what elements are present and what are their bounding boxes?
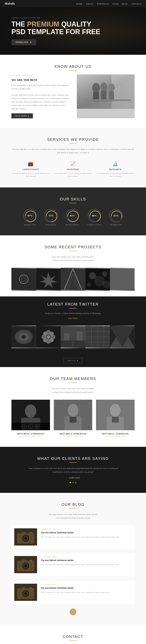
svg-point-98 [24,564,27,567]
svg-rect-93 [29,532,32,534]
skill-percent-1: 75% [49,214,53,217]
team-role-2: CREATIVE DIRECTOR [96,436,135,437]
nav-link-contact[interactable]: Contact [131,3,142,5]
skill-percent-2: 92% [70,214,75,217]
project-item-8[interactable]: DETAIL DESIGN [85,326,110,348]
services-grid: 💼 CONSULTANCY Lorem ipsum dolor sit amet… [11,161,135,178]
download-icon: ▼ [30,41,32,43]
project-category-9: ART [121,337,124,339]
nav-link-team[interactable]: Team [112,3,118,5]
about-text2: Nusciunt adipi duco con amet, quis racol… [11,93,69,110]
svg-rect-0 [77,74,135,109]
project-label-3: BOKEH [95,277,100,279]
team-member-2: MITCHELL ANDERSON CREATIVE DIRECTOR [96,400,135,437]
service-name-0: CONSULTANCY [11,168,50,170]
project-label-5: MACRO [21,335,26,337]
services-divider [69,143,77,144]
project-category-5: PHOTO [21,337,26,339]
blog-title-1[interactable]: Typ non habent claritatem molun [41,559,119,562]
testimonials-divider [69,462,77,463]
skill-label-4: Promotion [109,224,123,226]
project-label-9: ABSTRACT [118,335,126,337]
service-icon-0: 💼 [11,161,50,166]
team-name-1: MITCHELL ANDERSON [54,432,92,435]
blog-excerpt-0: Nam sed tempor cum cupas indos saristiar… [41,536,119,538]
nav-link-blog[interactable]: Blog [122,3,128,5]
project-item-9[interactable]: ABSTRACT ART [110,326,135,348]
team-name-2: MITCHELL ANDERSON [96,432,135,435]
project-category-1: PHOTO [46,280,51,281]
svg-point-76 [68,404,78,416]
svg-rect-6 [101,91,106,101]
svg-point-7 [108,84,115,92]
nav-link-portfolio[interactable]: Portfolio [97,3,109,5]
read-more-button[interactable]: READ MORE ► [11,114,33,118]
svg-point-73 [25,404,36,418]
blog-excerpt-1: Nam sed tempor cum cupas indos saristiar… [41,563,119,566]
nav-link-about[interactable]: About [86,3,93,5]
testimonials-section: WHAT OUR CLIENTS ARE SAYING "I am a plea… [0,447,146,493]
nav-links: Home About Portfolio Team Blog Contact [76,2,142,5]
nav-link-home[interactable]: Home [76,3,82,5]
skills-grid: 87% Marketing 75% Research 92% Managemen… [11,209,135,226]
blog-title-0[interactable]: Typ non habent claritatem molun [41,531,119,534]
projects-section: SOME RECENT PROJECTS Nam Ipse tempor cum… [0,235,146,296]
dot-1[interactable] [72,482,74,483]
project-category-0: DESIGN [21,280,26,281]
project-label-6: FLOWER [45,335,52,337]
project-label-1: NATURE [45,277,52,279]
project-item-1[interactable]: NATURE PHOTO [36,268,61,291]
about-left: WE ARE THE BEST WE ARE THE BEST Lorem Ip… [11,74,69,118]
hero-title: THE PREMIUM QUALITY PSD TEMPLATE FOR FRE… [11,20,100,36]
twitter-divider [69,308,77,308]
team-twitter-icon[interactable]: t [28,424,33,429]
navbar: Mairala Home About Portfolio Team Blog C… [0,0,146,7]
skills-divider [69,203,77,203]
project-item-7[interactable]: STREET PHOTO [61,326,85,348]
projects-row2: MACRO PHOTO FLOWER NATURE STREET PHOTO D… [0,326,146,354]
skill-item-1: 75% Research [44,209,58,226]
project-category-7: PHOTO [71,337,75,339]
projects-grid-2: MACRO PHOTO FLOWER NATURE STREET PHOTO D… [11,326,135,348]
project-label-0: PAPERCLIPS [19,277,28,279]
download-button[interactable]: DOWNLOAD ▼ [11,39,36,45]
team-facebook-icon[interactable]: f [22,424,26,429]
nav-logo[interactable]: Mairala [4,2,15,5]
project-label-4: TEXTURE [119,277,126,279]
skill-label-1: Research [44,224,58,226]
skill-circle-2: 92% [66,209,79,222]
twitter-link[interactable]: itsit's+Reply [68,317,78,319]
service-icon-1: 📈 [54,161,92,166]
project-item-5[interactable]: MACRO PHOTO [11,326,36,348]
project-item-4[interactable]: TEXTURE ART [110,268,135,291]
project-item-0[interactable]: PAPERCLIPS DESIGN [11,268,36,291]
svg-rect-106 [22,587,26,589]
blog-excerpt-2: Nam sed tempor cum cupas indos saristiar… [41,591,110,594]
blog-thumb-1 [14,556,37,573]
dot-2[interactable] [75,482,76,483]
team-linkedin-icon[interactable]: in [35,424,39,429]
service-item-0: 💼 CONSULTANCY Lorem ipsum dolor sit amet… [11,161,50,178]
project-item-3[interactable]: BOKEH PHOTO [85,268,110,291]
blog-more-button[interactable]: ↓ [70,608,76,615]
blog-subtitle: Nam Ipse tempor cum cupas indos stantiar… [25,512,121,520]
about-divider [69,70,77,70]
project-item-2[interactable]: RAILS DESIGN [61,268,85,291]
blog-list: 21 JANUARY 2014 Typ non habent claritate… [11,526,135,604]
services-intro: Nusciunt adipi duco con amet, quis racol… [11,148,135,154]
blog-title-2[interactable]: Typ non habent claritatem molun [41,586,110,590]
see-all-button[interactable]: SEE ALL ▼ [64,358,82,363]
blog-date-1: 21 JANUARY 2014 [41,556,119,558]
services-title: SERVICES WE PROVIDE [11,138,135,142]
skills-section: OUR SKILLS 87% Marketing 75% Research [0,188,146,235]
about-photo [77,74,135,109]
service-desc-1: Lorem ipsum dolor sit amet consectetur a… [54,172,92,178]
blog-content-2: 21 JANUARY 2014 Typ non habent claritate… [41,584,110,601]
dot-0[interactable] [70,482,71,483]
svg-rect-80 [73,417,76,422]
contact-divider [69,640,77,641]
project-item-6[interactable]: FLOWER NATURE [36,326,61,348]
blog-item-0: 21 JANUARY 2014 Typ non habent claritate… [11,526,135,548]
hero-eyebrow: GRAB YOUR COPY OF [11,17,41,19]
svg-rect-86 [115,417,119,422]
